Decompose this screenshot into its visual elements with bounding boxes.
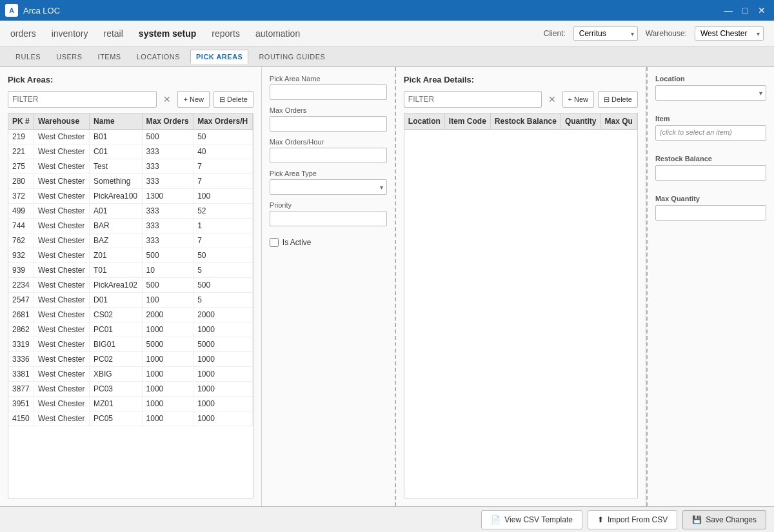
details-table-wrapper[interactable]: Location Item Code Restock Balance Quant… [404,113,638,498]
table-row[interactable]: 499 West Chester A01 333 52 [8,204,252,219]
details-delete-button[interactable]: ⊟ Delete [598,91,638,108]
location-form-panel: Location Item (click to select an item) … [646,67,774,506]
item-placeholder[interactable]: (click to select an item) [655,125,766,141]
cell-name: T01 [89,263,142,278]
pick-areas-filter[interactable] [8,91,157,108]
cell-max-orders: 2000 [142,308,194,322]
minimize-button[interactable]: — [721,3,735,17]
cell-warehouse: West Chester [34,174,89,189]
cell-max-orders: 333 [142,159,194,174]
details-col-item-code: Item Code [444,113,490,130]
table-row[interactable]: 3319 West Chester BIG01 5000 5000 [8,337,252,352]
cell-max-orders-h: 40 [194,144,253,159]
restock-balance-input[interactable] [655,165,766,181]
warehouse-select[interactable]: West Chester [695,26,764,41]
cell-max-orders: 500 [142,278,194,293]
item-label: Item [655,115,766,123]
pick-areas-delete-button[interactable]: ⊟ Delete [213,91,253,108]
location-select[interactable] [655,85,766,101]
pick-areas-new-button[interactable]: + New [177,91,210,108]
cell-name: Z01 [89,248,142,263]
col-pk: PK # [8,113,34,130]
maximize-button[interactable]: □ [738,3,752,17]
table-row[interactable]: 2862 West Chester PC01 1000 1000 [8,322,252,337]
cell-name: BAZ [89,233,142,248]
title-bar: A Arca LOC — □ ✕ [0,0,774,21]
table-row[interactable]: 744 West Chester BAR 333 1 [8,219,252,233]
table-row[interactable]: 2681 West Chester CS02 2000 2000 [8,308,252,322]
subnav-rules[interactable]: RULES [10,50,46,63]
nav-system-setup[interactable]: system setup [139,26,196,41]
nav-retail[interactable]: retail [104,26,123,41]
save-icon: 💾 [692,515,702,524]
table-row[interactable]: 3381 West Chester XBIG 1000 1000 [8,367,252,382]
cell-name: MZ01 [89,397,142,411]
cell-max-orders: 333 [142,204,194,219]
is-active-checkbox[interactable] [270,238,279,247]
nav-inventory[interactable]: inventory [52,26,88,41]
subnav-items[interactable]: ITEMS [93,50,126,63]
table-row[interactable]: 3336 West Chester PC02 1000 1000 [8,352,252,367]
max-quantity-group: Max Quantity [655,195,766,228]
view-csv-button[interactable]: 📄 View CSV Template [481,510,582,529]
subnav-users[interactable]: USERS [51,50,87,63]
title-bar-left: A Arca LOC [5,4,60,17]
cell-warehouse: West Chester [34,130,89,144]
table-row[interactable]: 372 West Chester PickArea100 1300 100 [8,189,252,204]
pick-area-type-label: Pick Area Type [270,170,387,177]
pick-areas-table-wrapper[interactable]: PK # Warehouse Name Max Orders Max Order… [8,113,253,498]
pick-area-name-input[interactable] [270,84,387,100]
table-row[interactable]: 939 West Chester T01 10 5 [8,263,252,278]
nav-reports[interactable]: reports [212,26,240,41]
cell-pk: 3877 [8,382,34,397]
item-group: Item (click to select an item) [655,115,766,148]
table-row[interactable]: 3951 West Chester MZ01 1000 1000 [8,397,252,411]
cell-max-orders-h: 1000 [194,397,253,411]
cell-warehouse: West Chester [34,219,89,233]
close-button[interactable]: ✕ [755,3,769,17]
table-row[interactable]: 2234 West Chester PickArea102 500 500 [8,278,252,293]
max-quantity-input[interactable] [655,205,766,221]
details-col-max-qu: Max Qu [600,113,637,130]
max-orders-input[interactable] [270,116,387,132]
details-filter[interactable] [404,91,542,108]
nav-orders[interactable]: orders [10,26,36,41]
is-active-label: Is Active [283,238,312,247]
csv-icon: 📄 [491,515,501,524]
table-row[interactable]: 2547 West Chester D01 100 5 [8,293,252,308]
table-row[interactable]: 221 West Chester C01 333 40 [8,144,252,159]
cell-warehouse: West Chester [34,293,89,308]
warehouse-label: Warehouse: [646,29,687,38]
cell-warehouse: West Chester [34,204,89,219]
cell-max-orders-h: 100 [194,189,253,204]
subnav-locations[interactable]: LOCATIONS [132,50,185,63]
max-orders-label: Max Orders [270,106,387,114]
cell-pk: 939 [8,263,34,278]
subnav-routing-guides[interactable]: ROUTING GUIDES [253,50,330,63]
save-changes-button[interactable]: 💾 Save Changes [682,510,766,529]
bottom-bar: 📄 View CSV Template ⬆ Import From CSV 💾 … [0,506,774,532]
table-row[interactable]: 219 West Chester B01 500 50 [8,130,252,144]
nav-automation[interactable]: automation [255,26,300,41]
table-row[interactable]: 932 West Chester Z01 500 50 [8,248,252,263]
subnav-pick-areas[interactable]: PICK AREAS [190,50,248,64]
max-orders-hour-input[interactable] [270,148,387,163]
priority-input[interactable] [270,211,387,226]
import-csv-button[interactable]: ⬆ Import From CSV [588,510,677,529]
table-row[interactable]: 275 West Chester Test 333 7 [8,159,252,174]
cell-max-orders-h: 50 [194,130,253,144]
details-toolbar: ✕ + New ⊟ Delete [404,91,638,108]
table-row[interactable]: 762 West Chester BAZ 333 7 [8,233,252,248]
table-row[interactable]: 3877 West Chester PC03 1000 1000 [8,382,252,397]
form-group-max-orders: Max Orders [270,106,387,132]
form-group-name: Pick Area Name [270,75,387,100]
cell-warehouse: West Chester [34,248,89,263]
pick-areas-filter-clear[interactable]: ✕ [161,93,174,106]
table-row[interactable]: 4150 West Chester PC05 1000 1000 [8,411,252,426]
details-new-button[interactable]: + New [562,91,595,108]
table-row[interactable]: 280 West Chester Something 333 7 [8,174,252,189]
details-filter-clear[interactable]: ✕ [546,93,559,106]
pick-area-type-select[interactable] [270,179,387,195]
cell-name: BAR [89,219,142,233]
client-select[interactable]: Cerritus [573,26,638,41]
